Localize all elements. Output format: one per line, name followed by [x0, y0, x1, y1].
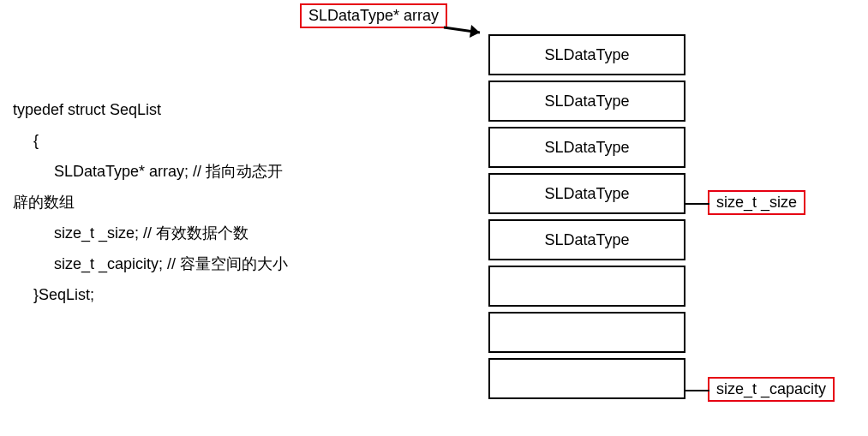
code-line: }SeqList; [13, 279, 288, 310]
array-cell: SLDataType [488, 173, 685, 214]
array-cell: SLDataType [488, 81, 685, 122]
code-line: { [13, 125, 288, 156]
svg-marker-1 [470, 25, 480, 38]
code-line: 辟的数组 [13, 187, 288, 218]
code-block: typedef struct SeqList { SLDataType* arr… [13, 94, 288, 310]
code-line: size_t _capicity; // 容量空间的大小 [13, 248, 288, 279]
label-size: size_t _size [708, 190, 805, 215]
array-cell [488, 358, 685, 399]
code-line: size_t _size; // 有效数据个数 [13, 218, 288, 248]
code-line: typedef struct SeqList [13, 94, 288, 125]
array-cell [488, 266, 685, 307]
code-line: SLDataType* array; // 指向动态开 [13, 156, 288, 187]
array-cell: SLDataType [488, 127, 685, 168]
label-array: SLDataType* array [300, 3, 447, 28]
label-capacity: size_t _capacity [708, 377, 835, 402]
array-cell: SLDataType [488, 34, 685, 75]
svg-line-0 [444, 27, 480, 33]
array-stack: SLDataType SLDataType SLDataType SLDataT… [488, 34, 685, 399]
array-cell [488, 312, 685, 353]
array-cell: SLDataType [488, 219, 685, 260]
